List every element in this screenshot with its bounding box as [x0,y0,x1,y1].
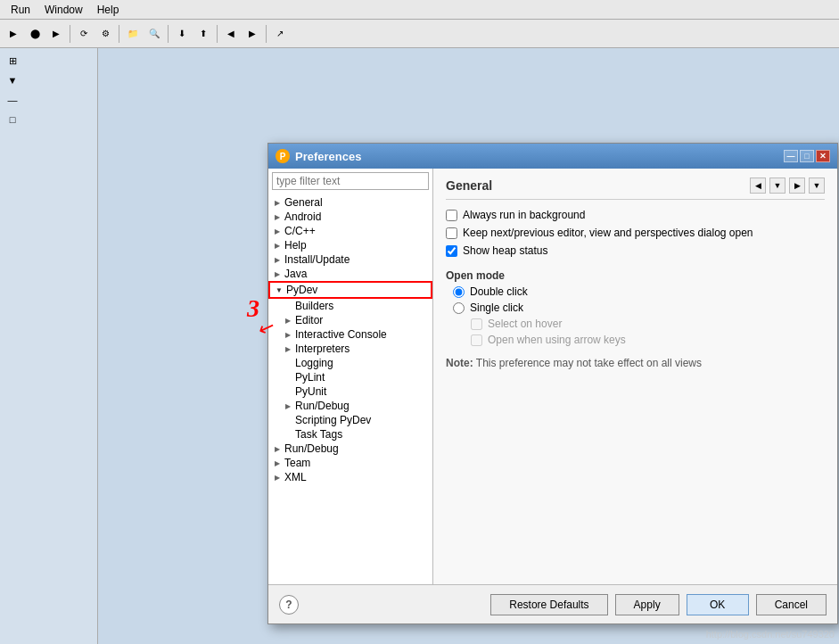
tree-label-team: Team [283,457,310,469]
nav-forward-dropdown-btn[interactable]: ▼ [809,178,825,194]
tree-arrow-task-tags [283,429,293,440]
toolbar-btn-1[interactable]: ▶ [4,24,23,44]
tree-item-install[interactable]: ▶ Install/Update [268,252,432,267]
checkbox-arrow-keys [471,334,482,346]
toolbar-btn-2[interactable]: ⬤ [25,24,45,44]
option-keep-editor: Keep next/previous editor, view and pers… [446,227,825,239]
tree-arrow-install: ▶ [272,254,283,265]
label-show-heap: Show heap status [463,244,547,257]
tree-arrow-logging [283,358,293,368]
toolbar-btn-7[interactable]: 🔍 [144,24,164,44]
tree-item-pylint[interactable]: PyLint [268,370,432,384]
tree-label-pyunit: PyUnit [293,385,326,398]
sub-option-arrow-keys: Open when using arrow keys [471,334,825,346]
tree-item-pyunit[interactable]: PyUnit [268,384,432,399]
checkbox-keep-editor[interactable] [446,227,457,239]
toolbar-btn-10[interactable]: ◀ [221,24,241,44]
tree-item-run-debug[interactable]: ▶ Run/Debug [268,442,432,456]
toolbar-btn-6[interactable]: 📁 [123,24,143,44]
radio-single-click[interactable] [453,302,465,314]
toolbar-btn-5[interactable]: ⚙ [95,24,115,44]
label-double-click: Double click [470,285,528,298]
menu-run[interactable]: Run [4,2,37,18]
tree-item-xml[interactable]: ▶ XML [268,470,432,484]
menu-help[interactable]: Help [90,2,127,18]
side-icon-1[interactable]: ⊞ [4,52,21,70]
tree-label-editor: Editor [293,314,323,326]
annotation-3: 3 [247,294,259,323]
radio-double-click-container: Double click [453,285,825,298]
tree-arrow-team: ▶ [272,458,283,468]
label-always-run: Always run in background [463,209,585,221]
tree-item-scripting[interactable]: Scripting PyDev [268,413,432,427]
tree-label-android: Android [283,211,321,223]
nav-dropdown-btn[interactable]: ▼ [769,178,786,194]
label-single-click: Single click [470,301,523,314]
tree-item-interactive-console[interactable]: ▶ Interactive Console [268,327,432,342]
tree-arrow-pydev: ▼ [274,285,284,295]
tree-item-pydev[interactable]: ▼ PyDev [268,281,432,299]
note-bold: Note: [446,357,473,369]
tree-label-builders: Builders [293,300,333,312]
tree-item-team[interactable]: ▶ Team [268,456,432,470]
dialog-icon: P [276,149,290,163]
watermark: http://blog.csdn.net/su749320 [706,629,835,640]
filter-input[interactable] [272,172,429,190]
note-text: Note: This preference may not take effec… [446,357,825,369]
sub-option-select-hover: Select on hover [471,318,825,330]
footer-left: ? [279,595,299,615]
toolbar-btn-11[interactable]: ▶ [243,24,262,44]
tree-item-task-tags[interactable]: Task Tags [268,427,432,442]
toolbar-btn-4[interactable]: ⟳ [74,24,94,44]
tree-label-logging: Logging [293,357,333,369]
tree-item-editor[interactable]: ▶ Editor [268,313,432,327]
tree-arrow-xml: ▶ [272,472,283,483]
tree-label-java: Java [283,268,307,280]
tree-item-interpreters[interactable]: ▶ Interpreters [268,342,432,356]
tree-arrow-java: ▶ [272,268,283,279]
tree-item-builders[interactable]: Builders [268,299,432,313]
ok-button[interactable]: OK [687,594,749,615]
checkbox-show-heap[interactable] [446,245,457,257]
toolbar-btn-9[interactable]: ⬆ [193,24,213,44]
tree-label-run-debug: Run/Debug [283,442,339,455]
menu-window[interactable]: Window [37,2,90,18]
side-panel: ⊞ ▼ — □ [0,48,98,644]
apply-button[interactable]: Apply [615,594,679,615]
tree-arrow-builders [283,301,293,311]
tree-item-cpp[interactable]: ▶ C/C++ [268,224,432,238]
radio-single-click-container: Single click [453,301,825,314]
tree-item-help[interactable]: ▶ Help [268,238,432,252]
tree-arrow-run-debug-child: ▶ [283,400,293,411]
tree-arrow-cpp: ▶ [272,226,283,236]
radio-double-click[interactable] [453,286,465,298]
side-icon-expand[interactable]: ▼ [4,71,21,89]
checkbox-select-hover [471,318,482,330]
toolbar-btn-12[interactable]: ↗ [270,24,290,44]
tree-arrow-pylint [283,372,293,383]
tree-arrow-help: ▶ [272,240,283,251]
checkbox-always-run[interactable] [446,210,457,221]
tree-label-scripting: Scripting PyDev [293,414,371,426]
side-icon-maximize[interactable]: □ [4,111,21,128]
nav-forward-btn[interactable]: ▶ [789,178,805,194]
restore-defaults-button[interactable]: Restore Defaults [490,594,607,615]
tree-item-logging[interactable]: Logging [268,356,432,370]
nav-back-btn[interactable]: ◀ [750,178,766,194]
tree-label-task-tags: Task Tags [293,428,342,441]
dialog-minimize-btn[interactable]: — [784,150,798,162]
side-icon-minimize[interactable]: — [4,91,21,109]
dialog-close-btn[interactable]: ✕ [816,150,830,162]
dialog-restore-btn[interactable]: □ [800,150,814,162]
cancel-button[interactable]: Cancel [756,594,827,615]
tree-label-interpreters: Interpreters [293,343,350,355]
tree-item-general[interactable]: ▶ General [268,195,432,210]
help-button[interactable]: ? [279,595,299,615]
tree-item-run-debug-child[interactable]: ▶ Run/Debug [268,399,432,413]
settings-nav: ◀ ▼ ▶ ▼ [750,178,825,194]
settings-pane: General ◀ ▼ ▶ ▼ Always run in background… [433,169,837,584]
tree-item-android[interactable]: ▶ Android [268,210,432,224]
toolbar-btn-3[interactable]: ▶ [46,24,66,44]
toolbar-btn-8[interactable]: ⬇ [172,24,192,44]
tree-item-java[interactable]: ▶ Java [268,267,432,281]
